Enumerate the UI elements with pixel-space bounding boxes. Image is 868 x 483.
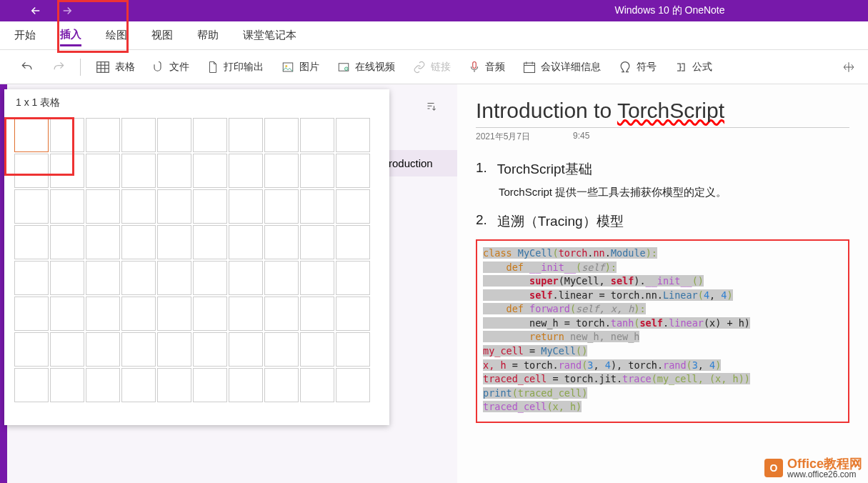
table-grid-cell[interactable]: [193, 261, 227, 295]
table-size-grid[interactable]: [11, 115, 382, 405]
table-grid-cell[interactable]: [336, 261, 370, 295]
redo-button[interactable]: [46, 57, 71, 77]
table-grid-cell[interactable]: [336, 154, 370, 188]
table-grid-cell[interactable]: [229, 297, 263, 331]
symbol-button[interactable]: 符号: [612, 57, 662, 77]
table-button[interactable]: 表格: [89, 56, 141, 78]
table-grid-cell[interactable]: [86, 261, 120, 295]
table-grid-cell[interactable]: [300, 154, 334, 188]
video-button[interactable]: 在线视频: [331, 58, 401, 76]
table-grid-cell[interactable]: [264, 368, 299, 402]
table-grid-cell[interactable]: [193, 368, 227, 402]
table-grid-cell[interactable]: [336, 368, 370, 402]
table-grid-cell[interactable]: [121, 332, 156, 367]
note-body[interactable]: 1.TorchScript基础 TorchScript 提供一些工具去捕获你模型…: [476, 160, 849, 423]
file-button[interactable]: 文件: [146, 57, 195, 77]
table-grid-cell[interactable]: [121, 118, 156, 152]
table-grid-cell[interactable]: [14, 225, 49, 259]
table-grid-cell[interactable]: [121, 368, 156, 402]
table-grid-cell[interactable]: [264, 332, 299, 367]
table-grid-cell[interactable]: [157, 154, 191, 188]
table-grid-cell[interactable]: [264, 118, 299, 152]
table-grid-cell[interactable]: [50, 297, 84, 331]
table-grid-cell[interactable]: [300, 368, 334, 402]
note-canvas[interactable]: Introduction to TorchScript 2021年5月7日 9:…: [457, 84, 868, 483]
table-grid-cell[interactable]: [14, 297, 49, 331]
table-grid-cell[interactable]: [193, 118, 227, 152]
table-grid-cell[interactable]: [86, 189, 120, 224]
table-grid-cell[interactable]: [86, 154, 120, 188]
table-grid-cell[interactable]: [121, 297, 156, 331]
table-grid-cell[interactable]: [121, 154, 156, 188]
table-grid-cell[interactable]: [264, 261, 299, 295]
table-grid-cell[interactable]: [229, 261, 263, 295]
menu-classnotebook[interactable]: 课堂笔记本: [243, 26, 296, 45]
formula-button[interactable]: 公式: [668, 57, 718, 77]
page-list-item[interactable]: roduction: [379, 150, 457, 176]
menu-insert[interactable]: 插入: [60, 25, 81, 46]
table-grid-cell[interactable]: [264, 154, 299, 188]
table-grid-cell[interactable]: [50, 189, 84, 224]
audio-button[interactable]: 音频: [462, 57, 511, 77]
forward-button[interactable]: [60, 4, 74, 18]
table-grid-cell[interactable]: [193, 225, 227, 259]
link-button[interactable]: 链接: [406, 58, 457, 76]
table-grid-cell[interactable]: [300, 189, 334, 224]
table-grid-cell[interactable]: [229, 368, 263, 402]
table-grid-cell[interactable]: [50, 118, 84, 152]
menu-view[interactable]: 视图: [151, 26, 173, 45]
table-grid-cell[interactable]: [50, 225, 84, 259]
table-grid-cell[interactable]: [264, 189, 299, 224]
table-grid-cell[interactable]: [14, 368, 49, 402]
table-grid-cell[interactable]: [86, 297, 120, 331]
table-grid-cell[interactable]: [157, 332, 191, 367]
table-grid-cell[interactable]: [300, 118, 334, 152]
table-grid-cell[interactable]: [229, 118, 263, 152]
table-grid-cell[interactable]: [157, 118, 191, 152]
table-grid-cell[interactable]: [336, 189, 370, 224]
undo-button[interactable]: [14, 57, 40, 77]
table-grid-cell[interactable]: [86, 118, 120, 152]
table-grid-cell[interactable]: [14, 189, 49, 224]
table-grid-cell[interactable]: [157, 189, 191, 224]
sort-icon[interactable]: [424, 100, 437, 115]
table-grid-cell[interactable]: [300, 297, 334, 331]
table-grid-cell[interactable]: [157, 225, 191, 259]
table-grid-cell[interactable]: [121, 225, 156, 259]
table-grid-cell[interactable]: [300, 261, 334, 295]
table-grid-cell[interactable]: [14, 118, 49, 152]
table-grid-cell[interactable]: [50, 261, 84, 295]
table-grid-cell[interactable]: [157, 368, 191, 402]
page-title[interactable]: Introduction to TorchScript: [476, 99, 849, 123]
menu-home[interactable]: 开始: [14, 26, 36, 45]
menu-draw[interactable]: 绘图: [106, 26, 127, 45]
table-grid-cell[interactable]: [157, 261, 191, 295]
table-grid-cell[interactable]: [14, 261, 49, 295]
table-grid-cell[interactable]: [193, 297, 227, 331]
table-grid-cell[interactable]: [121, 261, 156, 295]
table-grid-cell[interactable]: [86, 225, 120, 259]
table-grid-cell[interactable]: [264, 297, 299, 331]
table-grid-cell[interactable]: [193, 189, 227, 224]
table-grid-cell[interactable]: [229, 225, 263, 259]
table-grid-cell[interactable]: [300, 332, 334, 367]
table-grid-cell[interactable]: [336, 225, 370, 259]
table-grid-cell[interactable]: [14, 332, 49, 367]
table-grid-cell[interactable]: [229, 332, 263, 367]
print-button[interactable]: 打印输出: [201, 56, 269, 78]
image-button[interactable]: 图片: [275, 58, 325, 76]
meeting-button[interactable]: 会议详细信息: [517, 57, 607, 77]
table-grid-cell[interactable]: [229, 154, 263, 188]
menu-help[interactable]: 帮助: [197, 26, 219, 45]
table-grid-cell[interactable]: [336, 297, 370, 331]
table-grid-cell[interactable]: [50, 368, 84, 402]
table-grid-cell[interactable]: [14, 154, 49, 188]
table-grid-cell[interactable]: [50, 332, 84, 367]
fullscreen-button[interactable]: [837, 58, 861, 76]
table-grid-cell[interactable]: [336, 118, 370, 152]
table-grid-cell[interactable]: [86, 368, 120, 402]
table-grid-cell[interactable]: [193, 332, 227, 367]
table-grid-cell[interactable]: [229, 189, 263, 224]
table-grid-cell[interactable]: [86, 332, 120, 367]
table-grid-cell[interactable]: [193, 154, 227, 188]
